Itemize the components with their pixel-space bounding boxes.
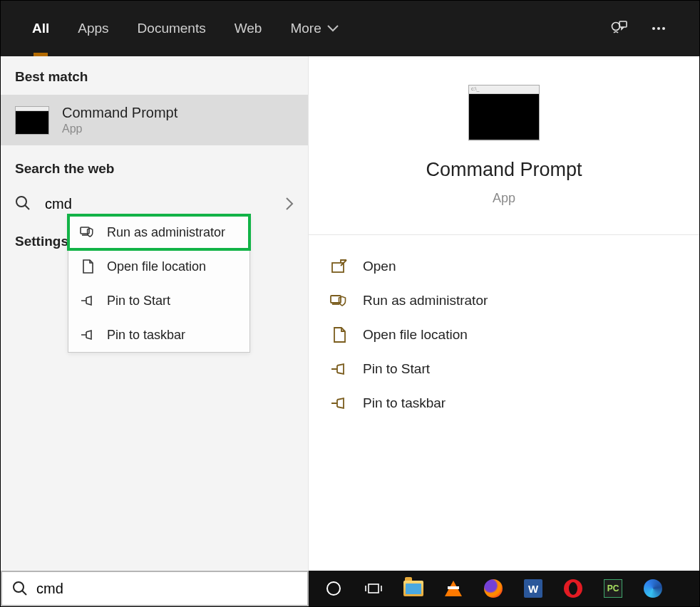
context-pin-to-start-label: Pin to Start	[107, 294, 170, 308]
action-open-label: Open	[363, 259, 396, 274]
action-run-as-admin[interactable]: Run as administrator	[326, 284, 682, 318]
file-location-icon	[330, 326, 349, 343]
command-prompt-icon	[468, 85, 540, 140]
filter-tabs: All Apps Documents Web More	[18, 1, 353, 56]
pin-icon	[80, 327, 96, 343]
context-pin-to-start[interactable]: Pin to Start	[68, 284, 249, 318]
tab-all[interactable]: All	[18, 1, 63, 56]
svg-point-0	[612, 23, 620, 31]
more-options-icon[interactable]	[649, 21, 668, 36]
taskbar-opera[interactable]	[562, 578, 584, 599]
results-list: Best match Command Prompt App Search the…	[1, 56, 309, 571]
pin-icon	[80, 293, 96, 308]
taskbar-cortana-icon[interactable]	[323, 578, 344, 599]
preview-title: Command Prompt	[426, 159, 582, 181]
search-web-header: Search the web	[1, 145, 308, 187]
tab-web-label: Web	[235, 21, 262, 36]
web-suggestion-text: cmd	[45, 196, 72, 212]
tab-all-label: All	[32, 21, 49, 36]
taskbar-task-view-icon[interactable]	[363, 578, 384, 599]
best-match-subtitle: App	[62, 123, 177, 135]
chevron-down-icon	[327, 25, 339, 32]
open-icon	[330, 258, 349, 275]
command-prompt-icon	[15, 106, 49, 135]
shield-run-icon	[330, 292, 349, 309]
taskbar-file-explorer[interactable]	[403, 578, 424, 599]
preview-pane: Command Prompt App Open Run as administr…	[309, 56, 699, 571]
pin-icon	[330, 360, 349, 378]
context-run-as-admin[interactable]: Run as administrator	[68, 215, 249, 249]
search-icon	[15, 195, 32, 212]
search-box[interactable]	[1, 571, 309, 606]
preview-subtitle: App	[493, 191, 515, 206]
context-pin-to-taskbar[interactable]: Pin to taskbar	[68, 318, 249, 352]
svg-point-4	[662, 27, 665, 30]
search-input[interactable]	[36, 581, 297, 597]
context-menu: Run as administrator Open file location …	[68, 214, 250, 353]
svg-point-10	[327, 582, 340, 595]
action-open[interactable]: Open	[326, 249, 682, 284]
tab-web[interactable]: Web	[220, 1, 277, 56]
best-match-text: Command Prompt App	[62, 105, 177, 135]
preview-actions: Open Run as administrator Open file loca…	[309, 235, 699, 435]
file-location-icon	[80, 259, 96, 274]
svg-point-5	[16, 197, 26, 207]
shield-run-icon	[80, 224, 96, 240]
taskbar-pycharm[interactable]: PC	[602, 578, 624, 599]
svg-rect-11	[369, 584, 379, 593]
taskbar-edge[interactable]	[642, 578, 664, 599]
svg-point-3	[657, 27, 660, 30]
topbar-actions	[609, 21, 682, 36]
action-run-as-admin-label: Run as administrator	[363, 293, 488, 308]
tab-documents-label: Documents	[138, 21, 206, 36]
context-pin-to-taskbar-label: Pin to taskbar	[107, 328, 185, 343]
tab-apps-label: Apps	[78, 21, 108, 36]
tab-apps[interactable]: Apps	[63, 1, 123, 56]
best-match-header: Best match	[1, 56, 308, 95]
pin-icon	[330, 395, 349, 412]
tab-more[interactable]: More	[276, 1, 352, 56]
taskbar-vlc[interactable]	[443, 578, 464, 599]
action-pin-to-start-label: Pin to Start	[363, 361, 430, 377]
search-web-header-label: Search the web	[15, 161, 114, 176]
chevron-right-icon[interactable]	[285, 197, 294, 211]
taskbar-firefox[interactable]	[483, 578, 504, 599]
action-open-file-location[interactable]: Open file location	[326, 318, 682, 352]
taskbar: W PC	[309, 571, 699, 606]
action-pin-to-taskbar[interactable]: Pin to taskbar	[326, 386, 682, 420]
best-match-title: Command Prompt	[62, 105, 177, 121]
bottom-bar: W PC	[1, 571, 699, 606]
context-run-as-admin-label: Run as administrator	[107, 225, 225, 240]
action-open-file-location-label: Open file location	[363, 327, 468, 343]
tab-more-label: More	[290, 21, 321, 36]
context-open-file-location-label: Open file location	[107, 259, 206, 274]
search-results-area: Best match Command Prompt App Search the…	[1, 56, 699, 571]
preview-header: Command Prompt App	[309, 56, 699, 235]
context-open-file-location[interactable]: Open file location	[68, 249, 249, 284]
svg-point-2	[652, 27, 655, 30]
svg-point-9	[14, 582, 24, 592]
search-icon	[12, 581, 28, 596]
best-match-result[interactable]: Command Prompt App	[1, 95, 308, 145]
svg-rect-1	[619, 21, 627, 27]
taskbar-word[interactable]: W	[523, 578, 544, 599]
feedback-icon[interactable]	[609, 21, 628, 36]
tab-documents[interactable]: Documents	[123, 1, 220, 56]
action-pin-to-taskbar-label: Pin to taskbar	[363, 395, 446, 411]
action-pin-to-start[interactable]: Pin to Start	[326, 352, 682, 386]
search-filter-bar: All Apps Documents Web More	[1, 1, 699, 56]
